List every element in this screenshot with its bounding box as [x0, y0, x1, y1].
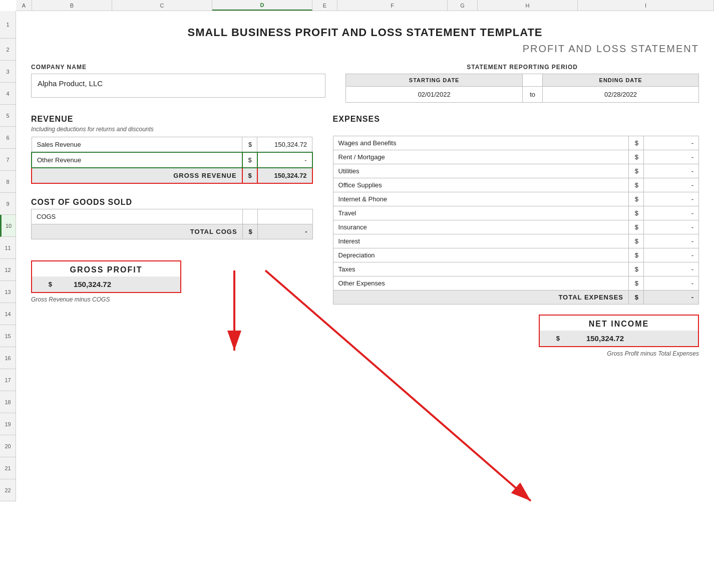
left-column: REVENUE Including deductions for returns… — [31, 115, 313, 303]
gross-revenue-label: GROSS REVENUE — [32, 168, 242, 183]
wages-label: Wages and Benefits — [333, 136, 628, 150]
interest-row: Interest $ - — [333, 234, 698, 248]
column-headers: A B C D E F G H I — [16, 0, 714, 11]
row-num-13: 13 — [0, 281, 16, 303]
cogs-label: COGS — [32, 209, 243, 224]
depreciation-value[interactable]: - — [644, 248, 699, 262]
travel-row: Travel $ - — [333, 206, 698, 220]
row-num-1: 1 — [0, 11, 16, 39]
row-num-20: 20 — [0, 435, 16, 457]
cogs-row: COGS — [32, 209, 313, 224]
net-income-row: $ 150,324.72 — [540, 331, 698, 346]
ending-date-header: ENDING DATE — [543, 74, 699, 87]
row-num-15: 15 — [0, 325, 16, 347]
row-num-19: 19 — [0, 413, 16, 435]
row-num-16: 16 — [0, 347, 16, 369]
company-name-value[interactable]: Alpha Product, LLC — [31, 74, 325, 98]
total-cogs-dollar: $ — [242, 224, 257, 239]
net-income-section: NET INCOME $ 150,324.72 Gross Profit min… — [333, 315, 699, 357]
row-num-8: 8 — [0, 171, 16, 193]
rent-value[interactable]: - — [644, 150, 699, 164]
company-name-label: COMPANY NAME — [31, 64, 325, 71]
travel-dollar: $ — [629, 206, 644, 220]
col-header-d: D — [212, 0, 312, 11]
taxes-row: Taxes $ - — [333, 262, 698, 276]
gross-profit-dollar: $ — [37, 280, 52, 288]
net-income-dollar: $ — [545, 335, 560, 342]
col-header-c: C — [112, 0, 212, 11]
gross-revenue-value: 150,324.72 — [257, 168, 312, 183]
utilities-row: Utilities $ - — [333, 164, 698, 178]
sheet-body: 1 2 3 4 5 6 7 8 9 10 11 12 13 14 15 16 1… — [0, 11, 714, 501]
end-date-value[interactable]: 02/28/2022 — [543, 87, 699, 103]
other-expenses-label: Other Expenses — [333, 276, 628, 290]
cogs-value[interactable] — [257, 209, 312, 224]
other-revenue-value[interactable]: - — [257, 152, 312, 168]
utilities-dollar: $ — [629, 164, 644, 178]
revenue-header: REVENUE — [31, 115, 313, 124]
row-num-9: 9 — [0, 193, 16, 215]
sheet-content: SMALL BUSINESS PROFIT AND LOSS STATEMENT… — [16, 11, 714, 501]
cogs-dollar — [242, 209, 257, 224]
sales-revenue-value[interactable]: 150,324.72 — [257, 137, 312, 153]
interest-value[interactable]: - — [644, 234, 699, 248]
utilities-value[interactable]: - — [644, 164, 699, 178]
gross-revenue-dollar: $ — [242, 168, 257, 183]
gross-profit-header: GROSS PROFIT — [32, 261, 180, 276]
row-num-6: 6 — [0, 127, 16, 149]
net-income-box: NET INCOME $ 150,324.72 — [539, 315, 699, 347]
main-content: SMALL BUSINESS PROFIT AND LOSS STATEMENT… — [16, 11, 714, 372]
other-revenue-dollar: $ — [242, 152, 257, 168]
office-supplies-value[interactable]: - — [644, 178, 699, 192]
interest-dollar: $ — [629, 234, 644, 248]
insurance-label: Insurance — [333, 220, 628, 234]
office-supplies-dollar: $ — [629, 178, 644, 192]
cogs-section: COST OF GOODS SOLD COGS TOTAL COGS $ — [31, 198, 313, 239]
travel-label: Travel — [333, 206, 628, 220]
other-expenses-value[interactable]: - — [644, 276, 699, 290]
cogs-header: COST OF GOODS SOLD — [31, 198, 313, 207]
revenue-subtitle: Including deductions for returns and dis… — [31, 126, 313, 133]
reporting-section: STATEMENT REPORTING PERIOD STARTING DATE… — [345, 64, 699, 103]
depreciation-row: Depreciation $ - — [333, 248, 698, 262]
office-supplies-label: Office Supplies — [333, 178, 628, 192]
travel-value[interactable]: - — [644, 206, 699, 220]
taxes-dollar: $ — [629, 262, 644, 276]
depreciation-label: Depreciation — [333, 248, 628, 262]
internet-value[interactable]: - — [644, 192, 699, 206]
row-num-14: 14 — [0, 303, 16, 325]
gross-profit-box: GROSS PROFIT $ 150,324.72 — [31, 260, 181, 293]
row-num-10: 10 — [0, 215, 16, 237]
total-expenses-label: TOTAL EXPENSES — [333, 290, 628, 305]
row-num-12: 12 — [0, 259, 16, 281]
starting-date-header: STARTING DATE — [346, 74, 523, 87]
wages-row: Wages and Benefits $ - — [333, 136, 698, 150]
interest-label: Interest — [333, 234, 628, 248]
revenue-expenses-section: REVENUE Including deductions for returns… — [31, 115, 699, 357]
gross-profit-note: Gross Revenue minus COGS — [31, 296, 313, 303]
company-section: COMPANY NAME Alpha Product, LLC — [31, 64, 325, 103]
internet-label: Internet & Phone — [333, 192, 628, 206]
taxes-value[interactable]: - — [644, 262, 699, 276]
wages-dollar: $ — [629, 136, 644, 150]
net-income-note: Gross Profit minus Total Expenses — [607, 350, 699, 357]
row-num-22: 22 — [0, 479, 16, 501]
insurance-dollar: $ — [629, 220, 644, 234]
col-header-e: E — [312, 0, 337, 11]
depreciation-dollar: $ — [629, 248, 644, 262]
total-cogs-row: TOTAL COGS $ - — [32, 224, 313, 239]
wages-value[interactable]: - — [644, 136, 699, 150]
other-expenses-dollar: $ — [629, 276, 644, 290]
start-date-value[interactable]: 02/01/2022 — [346, 87, 523, 103]
internet-row: Internet & Phone $ - — [333, 192, 698, 206]
total-expenses-row: TOTAL EXPENSES $ - — [333, 290, 698, 305]
insurance-value[interactable]: - — [644, 220, 699, 234]
total-cogs-value: - — [257, 224, 312, 239]
utilities-label: Utilities — [333, 164, 628, 178]
row-num-4: 4 — [0, 83, 16, 105]
col-header-h: H — [478, 0, 578, 11]
col-header-f: F — [337, 0, 448, 11]
other-revenue-label: Other Revenue — [32, 152, 242, 168]
row-num-3: 3 — [0, 61, 16, 83]
row-num-17: 17 — [0, 369, 16, 391]
